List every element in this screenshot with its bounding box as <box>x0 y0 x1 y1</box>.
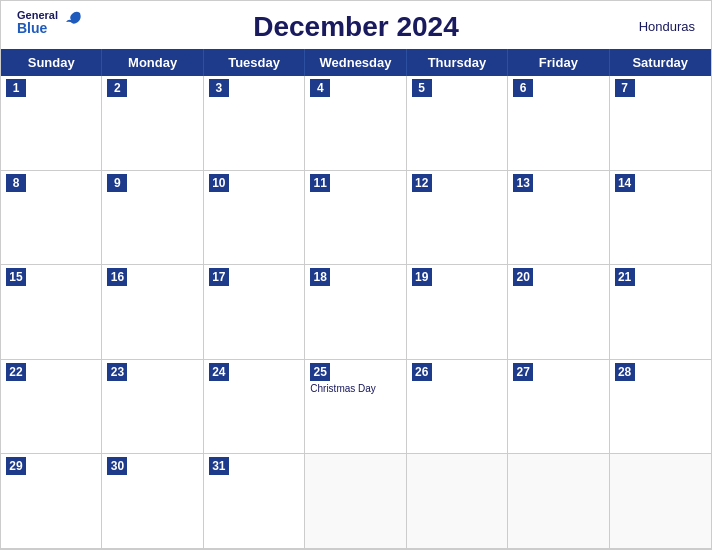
day-number: 7 <box>615 79 635 97</box>
holiday-label: Christmas Day <box>310 383 400 395</box>
country-label: Honduras <box>639 19 695 34</box>
day-cell-10: 10 <box>204 171 305 266</box>
day-number: 1 <box>6 79 26 97</box>
day-cell-8: 8 <box>1 171 102 266</box>
day-number: 10 <box>209 174 229 192</box>
day-cell-5: 5 <box>407 76 508 171</box>
day-cell-19: 19 <box>407 265 508 360</box>
day-cell-3: 3 <box>204 76 305 171</box>
day-cell-30: 30 <box>102 454 203 549</box>
day-cell-25: 25Christmas Day <box>305 360 406 455</box>
day-cell-21: 21 <box>610 265 711 360</box>
day-cell-17: 17 <box>204 265 305 360</box>
day-number: 14 <box>615 174 635 192</box>
day-number: 25 <box>310 363 330 381</box>
day-cell-2: 2 <box>102 76 203 171</box>
empty-day-cell <box>508 454 609 549</box>
day-number: 20 <box>513 268 533 286</box>
empty-day-cell <box>305 454 406 549</box>
day-header-thursday: Thursday <box>407 49 508 76</box>
day-number: 19 <box>412 268 432 286</box>
day-number: 8 <box>6 174 26 192</box>
day-cell-29: 29 <box>1 454 102 549</box>
day-number: 18 <box>310 268 330 286</box>
empty-day-cell <box>610 454 711 549</box>
day-number: 13 <box>513 174 533 192</box>
day-headers-row: SundayMondayTuesdayWednesdayThursdayFrid… <box>1 49 711 76</box>
day-cell-13: 13 <box>508 171 609 266</box>
day-number: 11 <box>310 174 330 192</box>
day-cell-6: 6 <box>508 76 609 171</box>
day-number: 26 <box>412 363 432 381</box>
day-number: 22 <box>6 363 26 381</box>
day-number: 30 <box>107 457 127 475</box>
day-number: 29 <box>6 457 26 475</box>
day-number: 28 <box>615 363 635 381</box>
day-cell-20: 20 <box>508 265 609 360</box>
day-cell-7: 7 <box>610 76 711 171</box>
day-header-tuesday: Tuesday <box>204 49 305 76</box>
day-cell-12: 12 <box>407 171 508 266</box>
day-number: 27 <box>513 363 533 381</box>
calendar-container: General Blue December 2024 Honduras Sund… <box>0 0 712 550</box>
day-number: 6 <box>513 79 533 97</box>
day-number: 2 <box>107 79 127 97</box>
day-number: 16 <box>107 268 127 286</box>
day-header-wednesday: Wednesday <box>305 49 406 76</box>
day-cell-18: 18 <box>305 265 406 360</box>
day-cell-28: 28 <box>610 360 711 455</box>
day-number: 9 <box>107 174 127 192</box>
logo: General Blue <box>17 9 84 35</box>
day-cell-4: 4 <box>305 76 406 171</box>
day-number: 5 <box>412 79 432 97</box>
calendar-grid: 1234567891011121314151617181920212223242… <box>1 76 711 549</box>
day-cell-27: 27 <box>508 360 609 455</box>
day-header-sunday: Sunday <box>1 49 102 76</box>
day-number: 31 <box>209 457 229 475</box>
day-cell-23: 23 <box>102 360 203 455</box>
day-cell-9: 9 <box>102 171 203 266</box>
day-header-monday: Monday <box>102 49 203 76</box>
day-cell-22: 22 <box>1 360 102 455</box>
day-number: 4 <box>310 79 330 97</box>
day-number: 17 <box>209 268 229 286</box>
day-number: 23 <box>107 363 127 381</box>
day-number: 12 <box>412 174 432 192</box>
day-cell-14: 14 <box>610 171 711 266</box>
day-cell-15: 15 <box>1 265 102 360</box>
day-cell-1: 1 <box>1 76 102 171</box>
day-cell-26: 26 <box>407 360 508 455</box>
day-number: 21 <box>615 268 635 286</box>
day-cell-31: 31 <box>204 454 305 549</box>
day-header-friday: Friday <box>508 49 609 76</box>
day-cell-16: 16 <box>102 265 203 360</box>
empty-day-cell <box>407 454 508 549</box>
day-cell-11: 11 <box>305 171 406 266</box>
month-year-title: December 2024 <box>253 11 458 43</box>
calendar-header: General Blue December 2024 Honduras <box>1 1 711 49</box>
day-number: 15 <box>6 268 26 286</box>
logo-blue-text: Blue <box>17 21 58 35</box>
day-cell-24: 24 <box>204 360 305 455</box>
logo-bird-icon <box>62 9 84 31</box>
title-block: December 2024 <box>253 11 458 43</box>
day-number: 3 <box>209 79 229 97</box>
day-number: 24 <box>209 363 229 381</box>
day-header-saturday: Saturday <box>610 49 711 76</box>
